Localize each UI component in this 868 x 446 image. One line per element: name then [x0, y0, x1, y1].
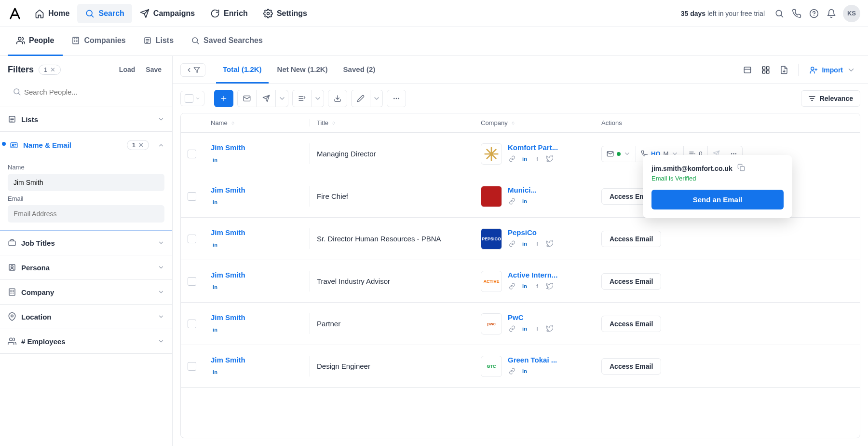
name-input[interactable]: [8, 174, 164, 191]
company-link[interactable]: Active Intern...: [508, 271, 557, 279]
link-icon[interactable]: [508, 367, 516, 376]
access-email-button[interactable]: Access Email: [601, 316, 661, 332]
person-name-link[interactable]: Jim Smith: [211, 228, 303, 237]
search-icon-button[interactable]: [771, 5, 788, 22]
row-checkbox[interactable]: [188, 277, 196, 286]
email-input[interactable]: [8, 205, 164, 223]
save-filters-button[interactable]: Save: [143, 64, 164, 75]
view-export-button[interactable]: [776, 62, 792, 78]
sequence-dropdown[interactable]: [312, 90, 324, 107]
link-icon[interactable]: [508, 197, 516, 206]
edit-button[interactable]: [351, 90, 370, 107]
facebook-icon[interactable]: f: [533, 282, 542, 291]
more-button[interactable]: [387, 90, 406, 107]
linkedin-icon[interactable]: in: [211, 368, 219, 376]
access-email-button[interactable]: Access Email: [601, 273, 661, 290]
nav-enrich[interactable]: Enrich: [203, 4, 256, 23]
company-link[interactable]: Komfort Part...: [508, 143, 558, 152]
clear-filters-icon[interactable]: ✕: [50, 66, 55, 73]
nav-search[interactable]: Search: [77, 4, 132, 23]
access-email-button[interactable]: Access Email: [601, 231, 661, 247]
view-list-button[interactable]: [739, 62, 756, 78]
linkedin-icon[interactable]: in: [520, 239, 529, 248]
person-name-link[interactable]: Jim Smith: [211, 356, 303, 364]
send-button[interactable]: [257, 90, 276, 107]
subnav-lists[interactable]: Lists: [135, 27, 182, 56]
filter-employees[interactable]: # Employees: [0, 329, 172, 353]
company-link[interactable]: PwC: [508, 313, 554, 321]
facebook-icon[interactable]: f: [533, 154, 542, 163]
facebook-icon[interactable]: f: [533, 239, 542, 248]
twitter-icon[interactable]: [545, 239, 554, 248]
help-icon-button[interactable]: [805, 5, 823, 22]
import-button[interactable]: Import: [804, 63, 860, 77]
access-email-button[interactable]: Access Email: [601, 358, 661, 375]
twitter-icon[interactable]: [545, 154, 554, 163]
linkedin-icon[interactable]: in: [520, 154, 529, 163]
send-dropdown[interactable]: [276, 90, 288, 107]
filter-location[interactable]: Location: [0, 305, 172, 329]
linkedin-icon[interactable]: in: [211, 325, 219, 334]
download-button[interactable]: [328, 90, 347, 107]
subnav-people[interactable]: People: [8, 27, 63, 56]
company-link[interactable]: Munici...: [508, 186, 537, 194]
nav-home[interactable]: Home: [27, 4, 77, 23]
filter-job-titles[interactable]: Job Titles: [0, 231, 172, 255]
linkedin-icon[interactable]: in: [211, 283, 219, 292]
row-checkbox[interactable]: [188, 320, 196, 328]
linkedin-icon[interactable]: in: [211, 240, 219, 249]
copy-email-button[interactable]: [737, 164, 745, 173]
person-name-link[interactable]: Jim Smith: [211, 143, 303, 152]
linkedin-icon[interactable]: in: [520, 282, 529, 291]
filter-name-email[interactable]: Name & Email 1 ✕: [0, 132, 172, 158]
person-name-link[interactable]: Jim Smith: [211, 271, 303, 279]
link-icon[interactable]: [508, 324, 516, 333]
linkedin-icon[interactable]: in: [520, 367, 529, 376]
linkedin-icon[interactable]: in: [211, 198, 219, 207]
company-link[interactable]: PepsiCo: [508, 228, 554, 237]
facebook-icon[interactable]: f: [533, 324, 542, 333]
tab-saved[interactable]: Saved (2): [337, 56, 382, 84]
email-status-button[interactable]: [601, 146, 636, 162]
twitter-icon[interactable]: [545, 282, 554, 291]
user-avatar[interactable]: KS: [843, 5, 860, 22]
row-checkbox[interactable]: [188, 362, 196, 371]
person-name-link[interactable]: Jim Smith: [211, 186, 303, 194]
col-name[interactable]: Name: [204, 119, 310, 126]
add-button[interactable]: [214, 90, 233, 107]
linkedin-icon[interactable]: in: [520, 197, 529, 206]
tab-total[interactable]: Total (1.2K): [216, 56, 269, 84]
sort-button[interactable]: Relevance: [801, 90, 860, 107]
filter-lists[interactable]: Lists: [0, 107, 172, 131]
select-all-checkbox[interactable]: [180, 91, 204, 106]
link-icon[interactable]: [508, 282, 516, 291]
tab-net-new[interactable]: Net New (1.2K): [271, 56, 335, 84]
filter-company[interactable]: Company: [0, 280, 172, 304]
sequence-button[interactable]: [292, 90, 312, 107]
load-filters-button[interactable]: Load: [116, 64, 138, 75]
col-company[interactable]: Company: [474, 119, 595, 126]
clear-name-email-icon[interactable]: ✕: [138, 141, 144, 149]
send-email-button[interactable]: Send an Email: [651, 190, 784, 209]
phone-icon-button[interactable]: [788, 5, 805, 22]
linkedin-icon[interactable]: in: [211, 155, 219, 164]
edit-dropdown[interactable]: [370, 90, 383, 107]
person-name-link[interactable]: Jim Smith: [211, 313, 303, 321]
search-people-input[interactable]: [8, 83, 164, 101]
link-icon[interactable]: [508, 239, 516, 248]
company-link[interactable]: Green Tokai ...: [508, 356, 557, 364]
row-checkbox[interactable]: [188, 235, 196, 243]
filter-persona[interactable]: Persona: [0, 255, 172, 279]
subnav-saved-searches[interactable]: Saved Searches: [182, 27, 271, 56]
row-checkbox[interactable]: [188, 150, 196, 158]
linkedin-icon[interactable]: in: [520, 324, 529, 333]
bell-icon-button[interactable]: [823, 5, 840, 22]
link-icon[interactable]: [508, 154, 516, 163]
nav-campaigns[interactable]: Campaigns: [132, 4, 203, 23]
twitter-icon[interactable]: [545, 324, 554, 333]
row-checkbox[interactable]: [188, 192, 196, 201]
email-button[interactable]: [237, 90, 257, 107]
nav-settings[interactable]: Settings: [256, 4, 315, 23]
collapse-sidebar-button[interactable]: [180, 63, 205, 77]
subnav-companies[interactable]: Companies: [63, 27, 134, 56]
